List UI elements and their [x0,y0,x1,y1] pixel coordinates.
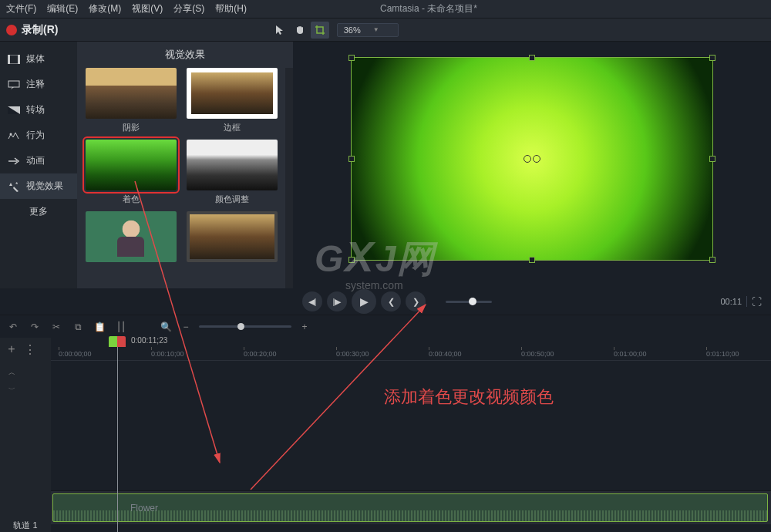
resize-handle-tm[interactable] [529,55,535,61]
menu-view[interactable]: 视图(V) [132,2,163,15]
effect-border[interactable]: 边框 [186,68,278,135]
media-icon [8,54,20,65]
zoom-slider[interactable] [199,325,291,328]
canvas-area [293,42,771,288]
zoom-fit-icon[interactable]: 🔍 [159,320,173,334]
canvas-stage[interactable] [351,57,713,261]
pointer-tool[interactable] [271,22,289,39]
menu-help[interactable]: 帮助(H) [215,2,247,15]
zoom-select[interactable]: 36% ▼ [337,23,399,37]
effect-color-adjust[interactable]: 颜色调整 [186,140,278,207]
effect-shadow[interactable]: 阴影 [85,68,177,135]
timeline-toolbar: ↶ ↷ ✂ ⧉ 📋 ⎮⎮ 🔍 − + [0,315,771,338]
record-icon [6,25,17,35]
timeline-track-heads: + ⋮ ︿ ﹀ 轨道 1 [0,338,51,532]
caret-down-icon: ▼ [373,26,379,33]
copy-button[interactable]: ⧉ [71,320,85,334]
sidebar-item-media[interactable]: 媒体 [0,46,77,72]
step-back-button[interactable]: |▶ [327,291,347,311]
sidebar-label: 行为 [26,129,45,142]
expand-down-icon[interactable]: ﹀ [5,382,19,396]
expand-up-icon[interactable]: ︿ [5,365,19,379]
record-bar: 录制(R) 36% ▼ [0,19,771,42]
sidebar-item-animations[interactable]: 动画 [0,148,77,173]
zoom-out-button[interactable]: − [179,320,193,334]
add-track-button[interactable]: + [5,342,19,356]
track-1[interactable]: Flower [51,490,771,524]
ruler-tick: 0:00:10;00 [151,350,184,358]
hand-tool[interactable] [291,22,309,39]
effects-icon [8,181,20,192]
prev-frame-button[interactable]: ◀| [302,291,322,311]
sidebar-label: 转场 [26,103,45,116]
menu-modify[interactable]: 修改(M) [89,2,121,15]
effect-thumb [86,140,177,190]
sidebar-item-behaviors[interactable]: 行为 [0,123,77,148]
playhead-handle[interactable] [109,336,126,347]
ruler-tick: 0:01:00;00 [614,350,647,358]
resize-handle-mr[interactable] [709,156,715,162]
effect-thumb [86,211,177,262]
effects-scrollbar[interactable] [285,68,293,288]
sidebar-item-visual-effects[interactable]: 视觉效果 [0,173,77,199]
clip-waveform [53,510,767,521]
svg-rect-1 [8,55,10,64]
zoom-in-button[interactable]: + [298,320,311,334]
menu-edit[interactable]: 编辑(E) [47,2,78,15]
record-button[interactable]: 录制(R) [6,23,58,37]
speed-slider[interactable] [446,301,492,303]
sidebar-item-more[interactable]: 更多 [0,199,77,224]
resize-handle-tr[interactable] [709,55,715,61]
sidebar-label: 注释 [26,78,45,91]
playhead-time: 0:00:11;23 [131,336,167,345]
effect-item-5[interactable] [85,211,177,262]
effects-panel: 视觉效果 阴影 边框 着色 颜色调整 [77,42,293,288]
svg-rect-3 [8,81,19,87]
effects-panel-title: 视觉效果 [77,42,293,68]
annotation-text: 添加着色更改视频颜色 [384,386,554,409]
play-button[interactable]: ▶ [352,289,376,314]
animation-icon [8,156,20,167]
timeline: + ⋮ ︿ ﹀ 轨道 1 0:00:00;00 0:00:10;00 0:00:… [0,338,771,532]
sidebar-label: 媒体 [26,52,45,66]
menu-bar: 文件(F) 编辑(E) 修改(M) 视图(V) 分享(S) 帮助(H) Camt… [0,0,771,19]
fullscreen-icon[interactable]: ⛶ [752,296,762,308]
sidebar-label: 视觉效果 [26,180,63,193]
effect-colorize[interactable]: 着色 [85,140,177,207]
track-1-head[interactable]: 轨道 1 [0,509,51,532]
cut-button[interactable]: ✂ [49,320,63,334]
transition-icon [8,105,20,116]
track-menu-button[interactable]: ⋮ [23,342,37,356]
svg-rect-2 [18,55,20,64]
resize-handle-br[interactable] [709,257,715,263]
next-button[interactable]: ❯ [406,291,426,311]
undo-button[interactable]: ↶ [6,320,20,334]
tool-sidebar: 媒体 注释 转场 行为 动画 视觉效果 更多 [0,42,77,288]
paste-button[interactable]: 📋 [93,320,106,334]
ruler-tick: 0:01:10;00 [706,350,739,358]
ruler-tick: 0:00:00;00 [59,350,92,358]
resize-handle-tl[interactable] [348,55,355,61]
crop-tool[interactable] [311,22,329,39]
record-label: 录制(R) [22,23,58,37]
resize-handle-ml[interactable] [348,156,355,162]
zoom-value: 36% [344,25,361,35]
behavior-icon [8,130,20,141]
redo-button[interactable]: ↷ [28,320,42,334]
clip-flower[interactable]: Flower [52,493,768,522]
resize-handle-bl[interactable] [348,257,355,263]
playhead[interactable]: 0:00:11;23 [117,338,118,532]
effect-thumb [187,140,278,190]
sidebar-label: 更多 [29,205,48,218]
resize-handle-bm[interactable] [529,257,535,263]
split-button[interactable]: ⎮⎮ [114,320,128,334]
menu-share[interactable]: 分享(S) [173,2,204,15]
menu-file[interactable]: 文件(F) [6,2,36,15]
sidebar-label: 动画 [26,154,45,167]
effect-thumb [187,68,278,119]
sidebar-item-transitions[interactable]: 转场 [0,97,77,123]
effect-thumb [187,211,278,262]
prev-button[interactable]: ❮ [381,291,401,311]
sidebar-item-annotations[interactable]: 注释 [0,72,77,97]
effect-item-6[interactable] [186,211,278,262]
